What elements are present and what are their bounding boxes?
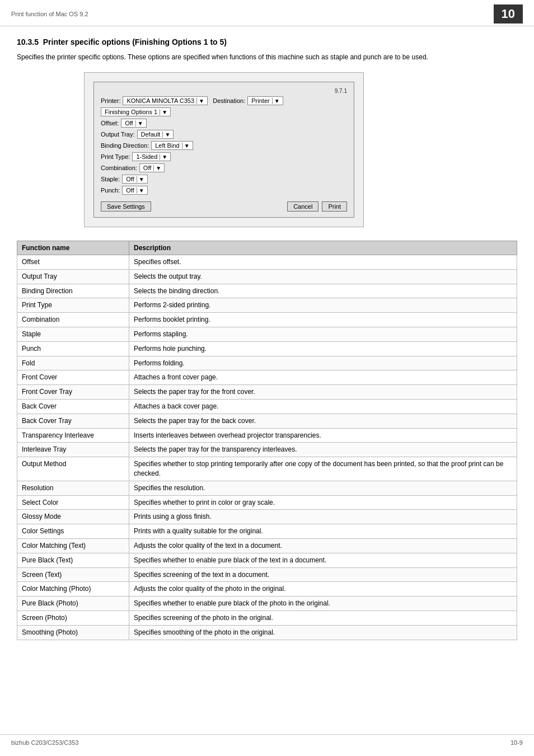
staple-label: Staple: [101, 176, 120, 182]
table-cell-func: Interleave Tray [17, 443, 129, 457]
table-cell-func: Back Cover [17, 399, 129, 414]
printer-value: KONICA MINOLTA C353 [124, 97, 196, 104]
table-cell-func: Glossy Mode [17, 510, 129, 524]
offset-value: Off [123, 120, 135, 126]
table-cell-desc: Selects the paper tray for the back cove… [129, 414, 517, 428]
function-table: Function name Description OffsetSpecifie… [17, 241, 517, 640]
table-row: Interleave TraySelects the paper tray fo… [17, 443, 517, 457]
page-footer: bizhub C203/C253/C353 10-9 [0, 734, 534, 750]
punch-arrow-icon[interactable]: ▼ [137, 187, 146, 194]
table-cell-func: Front Cover [17, 370, 129, 385]
table-cell-func: Screen (Text) [17, 567, 129, 582]
table-cell-func: Combination [17, 313, 129, 327]
output-tray-value: Default [139, 131, 163, 138]
dialog-combination-row: Combination: Off ▼ [101, 163, 347, 172]
table-header-func: Function name [17, 241, 129, 255]
punch-select[interactable]: Off ▼ [122, 186, 147, 195]
offset-arrow-icon[interactable]: ▼ [135, 120, 145, 126]
main-content: 10.3.5 Printer specific options (Finishi… [0, 26, 534, 663]
printer-label: Printer: [101, 97, 120, 104]
combination-label: Combination: [101, 165, 137, 171]
print-type-select[interactable]: 1-Sided ▼ [132, 152, 171, 161]
output-tray-arrow-icon[interactable]: ▼ [162, 132, 172, 138]
table-cell-desc: Specifies screening of the text in a doc… [129, 567, 517, 582]
footer-left: bizhub C203/C253/C353 [11, 739, 78, 746]
punch-label: Punch: [101, 187, 120, 194]
table-cell-desc: Adjusts the color quality of the text in… [129, 538, 517, 553]
table-cell-desc: Attaches a back cover page. [129, 399, 517, 414]
table-cell-func: Color Settings [17, 524, 129, 539]
table-row: Transparency InterleaveInserts interleav… [17, 428, 517, 443]
binding-dir-select[interactable]: Left Bind ▼ [151, 141, 193, 150]
table-cell-desc: Specifies whether to print in color or g… [129, 495, 517, 510]
save-settings-button[interactable]: Save Settings [101, 201, 151, 212]
offset-select[interactable]: Off ▼ [121, 119, 146, 128]
table-row: CombinationPerforms booklet printing. [17, 313, 517, 327]
table-cell-desc: Selects the binding direction. [129, 284, 517, 298]
staple-value: Off [124, 176, 136, 182]
table-cell-desc: Attaches a front cover page. [129, 370, 517, 385]
table-cell-desc: Selects the paper tray for the transpare… [129, 443, 517, 457]
table-cell-func: Pure Black (Text) [17, 553, 129, 567]
table-cell-desc: Specifies whether to enable pure black o… [129, 553, 517, 567]
print-button[interactable]: Print [322, 201, 347, 212]
panel-arrow-icon[interactable]: ▼ [160, 109, 169, 115]
section-title: Printer specific options (Finishing Opti… [43, 37, 227, 46]
table-cell-desc: Performs folding. [129, 356, 517, 370]
table-cell-func: Offset [17, 255, 129, 270]
table-cell-desc: Performs 2-sided printing. [129, 298, 517, 313]
table-row: Binding DirectionSelects the binding dir… [17, 284, 517, 298]
print-type-arrow-icon[interactable]: ▼ [160, 154, 169, 160]
table-cell-desc: Selects the paper tray for the front cov… [129, 385, 517, 400]
dialog-inner: 9.7.1 Printer: KONICA MINOLTA C353 ▼ Des… [93, 82, 354, 218]
table-row: Color Matching (Text)Adjusts the color q… [17, 538, 517, 553]
offset-label: Offset: [101, 120, 119, 126]
panel-select[interactable]: Finishing Options 1 ▼ [101, 107, 171, 116]
table-row: Select ColorSpecifies whether to print i… [17, 495, 517, 510]
table-row: Color SettingsPrints with a quality suit… [17, 524, 517, 539]
table-cell-func: Fold [17, 356, 129, 370]
table-row: Screen (Text)Specifies screening of the … [17, 567, 517, 582]
binding-dir-value: Left Bind [153, 142, 181, 149]
cancel-button[interactable]: Cancel [287, 201, 318, 212]
printer-select[interactable]: KONICA MINOLTA C353 ▼ [123, 96, 208, 105]
table-cell-func: Binding Direction [17, 284, 129, 298]
footer-right: 10-9 [510, 739, 523, 746]
table-row: OffsetSpecifies offset. [17, 255, 517, 270]
destination-select[interactable]: Printer ▼ [247, 96, 283, 105]
destination-value: Printer [249, 97, 271, 104]
dialog-binding-dir-row: Binding Direction: Left Bind ▼ [101, 141, 347, 150]
section-number: 10.3.5 [17, 37, 39, 46]
table-cell-desc: Performs hole punching. [129, 341, 517, 356]
section-heading: 10.3.5 Printer specific options (Finishi… [17, 37, 517, 46]
table-row: PunchPerforms hole punching. [17, 341, 517, 356]
dialog-wrapper: 9.7.1 Printer: KONICA MINOLTA C353 ▼ Des… [84, 72, 364, 227]
table-row: Front Cover TraySelects the paper tray f… [17, 385, 517, 400]
combination-value: Off [141, 165, 153, 171]
staple-select[interactable]: Off ▼ [122, 175, 147, 184]
table-cell-desc: Specifies whether to enable pure black o… [129, 597, 517, 611]
combination-select[interactable]: Off ▼ [139, 163, 165, 172]
output-tray-label: Output Tray: [101, 131, 135, 138]
page-header-title: Print function of Mac OS 9.2 [11, 11, 88, 17]
table-cell-func: Staple [17, 327, 129, 341]
table-row: Color Matching (Photo)Adjusts the color … [17, 582, 517, 597]
table-cell-func: Back Cover Tray [17, 414, 129, 428]
table-cell-func: Resolution [17, 481, 129, 495]
output-tray-select[interactable]: Default ▼ [137, 130, 174, 139]
table-cell-func: Color Matching (Photo) [17, 582, 129, 597]
staple-arrow-icon[interactable]: ▼ [137, 176, 146, 182]
binding-dir-arrow-icon[interactable]: ▼ [182, 143, 191, 149]
combination-arrow-icon[interactable]: ▼ [153, 165, 163, 171]
table-row: ResolutionSpecifies the resolution. [17, 481, 517, 495]
table-cell-func: Smoothing (Photo) [17, 625, 129, 640]
table-cell-desc: Prints using a gloss finish. [129, 510, 517, 524]
table-row: Pure Black (Text)Specifies whether to en… [17, 553, 517, 567]
table-cell-desc: Performs booklet printing. [129, 313, 517, 327]
destination-arrow-icon[interactable]: ▼ [272, 98, 282, 104]
table-cell-desc: Specifies screening of the photo in the … [129, 611, 517, 625]
printer-arrow-icon[interactable]: ▼ [196, 98, 206, 104]
dialog-panel-row: Finishing Options 1 ▼ [101, 107, 347, 116]
dialog-punch-row: Punch: Off ▼ [101, 186, 347, 195]
table-cell-desc: Performs stapling. [129, 327, 517, 341]
